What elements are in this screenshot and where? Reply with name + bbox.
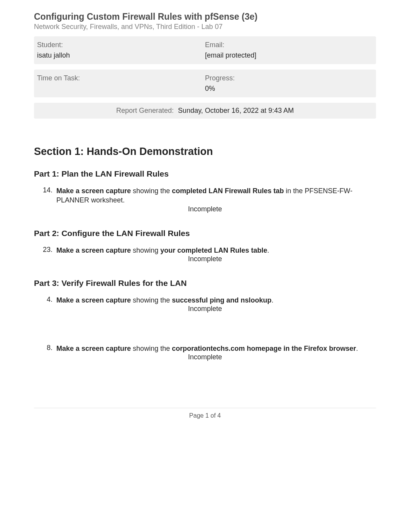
student-value: isatu jalloh bbox=[37, 51, 205, 59]
task-text-segment: showing bbox=[131, 246, 160, 254]
report-value: Sunday, October 16, 2022 at 9:43 AM bbox=[178, 107, 294, 114]
task-text-segment: your completed LAN Rules table bbox=[160, 246, 267, 254]
task-text-segment: . bbox=[356, 345, 358, 352]
task-status: Incomplete bbox=[34, 255, 376, 263]
page-number: Page 1 of 4 bbox=[34, 412, 376, 427]
task-text-segment: corporationtechs.com homepage in the Fir… bbox=[172, 345, 356, 352]
task-text-segment: showing the bbox=[131, 345, 172, 352]
task-text-segment: Make a screen capture bbox=[56, 345, 131, 352]
progress-label: Progress: bbox=[205, 74, 373, 82]
part-title: Part 3: Verify Firewall Rules for the LA… bbox=[34, 279, 376, 288]
progress-value: 0% bbox=[205, 85, 373, 93]
task-text-segment: successful ping and nslookup bbox=[172, 296, 271, 304]
task-status: Incomplete bbox=[34, 305, 376, 313]
student-label: Student: bbox=[37, 41, 205, 49]
task-text-segment: Make a screen capture bbox=[56, 187, 131, 195]
task-text-segment: showing the bbox=[131, 187, 172, 195]
part-title: Part 2: Configure the LAN Firewall Rules bbox=[34, 229, 376, 238]
task-text-segment: Make a screen capture bbox=[56, 296, 131, 304]
student-info-block: Student: isatu jalloh Email: [email prot… bbox=[34, 36, 376, 64]
task-text-segment: . bbox=[267, 246, 269, 254]
task-text-segment: showing the bbox=[131, 296, 172, 304]
task-number: 14. bbox=[34, 186, 56, 205]
section-title: Section 1: Hands-On Demonstration bbox=[34, 146, 376, 158]
lab-subtitle: Network Security, Firewalls, and VPNs, T… bbox=[34, 23, 376, 31]
task-number: 4. bbox=[34, 296, 56, 305]
part-title: Part 1: Plan the LAN Firewall Rules bbox=[34, 169, 376, 178]
task-status: Incomplete bbox=[34, 205, 376, 213]
lab-title: Configuring Custom Firewall Rules with p… bbox=[34, 12, 376, 22]
footer-divider bbox=[34, 408, 376, 408]
task-status: Incomplete bbox=[34, 353, 376, 361]
task-item: 4.Make a screen capture showing the succ… bbox=[34, 296, 376, 305]
task-body: Make a screen capture showing the corpor… bbox=[56, 344, 376, 353]
email-label: Email: bbox=[205, 41, 373, 49]
task-item: 23.Make a screen capture showing your co… bbox=[34, 246, 376, 255]
task-item: 14.Make a screen capture showing the com… bbox=[34, 186, 376, 205]
task-text-segment: Make a screen capture bbox=[56, 246, 131, 254]
task-number: 8. bbox=[34, 344, 56, 353]
task-text-segment: . bbox=[271, 296, 273, 304]
progress-info-block: Time on Task: Progress: 0% bbox=[34, 70, 376, 97]
task-number: 23. bbox=[34, 246, 56, 255]
task-body: Make a screen capture showing your compl… bbox=[56, 246, 376, 255]
task-body: Make a screen capture showing the succes… bbox=[56, 296, 376, 305]
time-label: Time on Task: bbox=[37, 74, 205, 82]
report-label: Report Generated: bbox=[116, 107, 174, 114]
task-body: Make a screen capture showing the comple… bbox=[56, 186, 376, 205]
report-generated-block: Report Generated: Sunday, October 16, 20… bbox=[34, 103, 376, 119]
email-value: [email protected] bbox=[205, 51, 373, 59]
task-item: 8.Make a screen capture showing the corp… bbox=[34, 344, 376, 353]
task-text-segment: completed LAN Firewall Rules tab bbox=[172, 187, 284, 195]
